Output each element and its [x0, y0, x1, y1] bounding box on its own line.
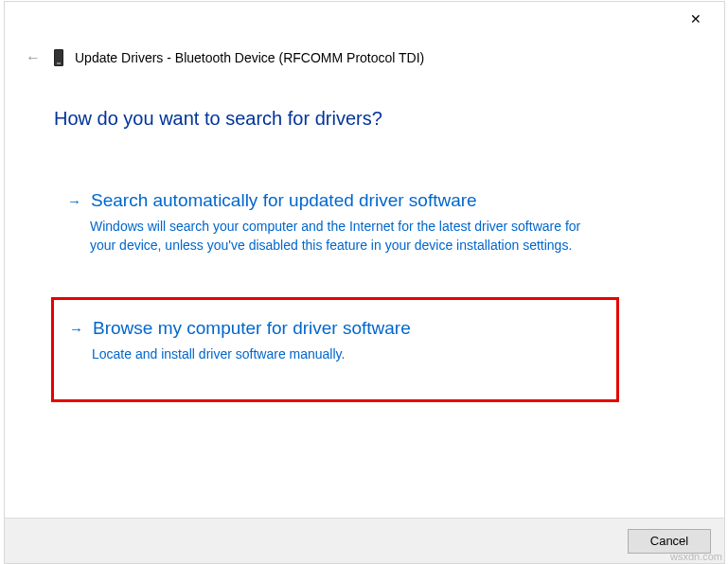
device-icon [54, 49, 63, 66]
dialog-footer: Cancel [5, 518, 724, 563]
option-browse-computer[interactable]: → Browse my computer for driver software… [51, 297, 619, 402]
close-button[interactable]: ✕ [677, 6, 715, 32]
option-search-automatically[interactable]: → Search automatically for updated drive… [58, 182, 616, 268]
option-description: Windows will search your computer and th… [90, 217, 601, 256]
option-title: Browse my computer for driver software [93, 317, 411, 341]
cancel-button[interactable]: Cancel [628, 529, 711, 554]
dialog-header: ← Update Drivers - Bluetooth Device (RFC… [24, 49, 424, 66]
update-drivers-dialog: ✕ ← Update Drivers - Bluetooth Device (R… [4, 1, 725, 564]
watermark: wsxdn.com [670, 551, 722, 562]
main-question: How do you want to search for drivers? [54, 108, 382, 130]
close-icon: ✕ [690, 11, 701, 26]
arrow-right-icon: → [67, 193, 81, 209]
back-arrow-icon[interactable]: ← [24, 49, 43, 66]
arrow-right-icon: → [69, 321, 83, 337]
dialog-title: Update Drivers - Bluetooth Device (RFCOM… [75, 50, 424, 65]
option-title: Search automatically for updated driver … [91, 189, 477, 213]
option-description: Locate and install driver software manua… [92, 344, 603, 363]
